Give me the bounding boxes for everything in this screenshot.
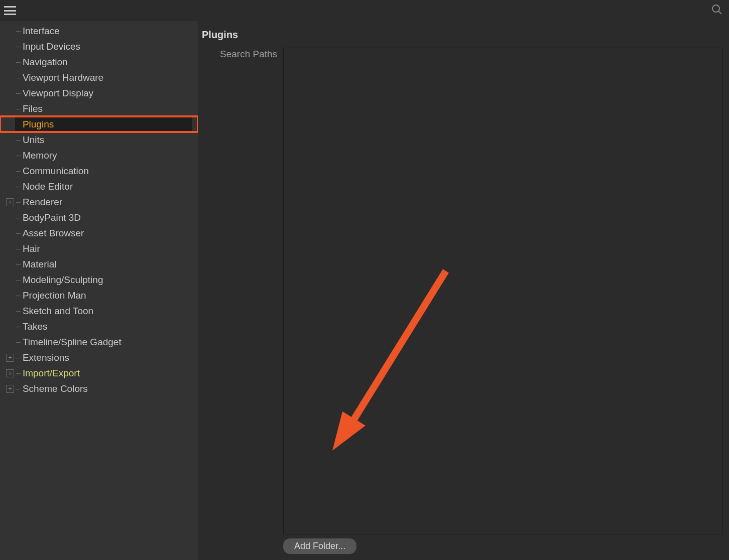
hamburger-menu-icon[interactable] [4,6,16,15]
tree-dash: – [16,213,21,222]
sidebar-item-interface[interactable]: –Interface [0,23,198,39]
tree-dash: – [16,353,21,362]
sidebar-item-bodypaint-3d[interactable]: –BodyPaint 3D [0,210,198,225]
sidebar-item-label: Memory [23,150,57,161]
sidebar-item-label: Takes [23,321,48,332]
tree-dash: – [16,89,21,98]
sidebar-item-label: Projection Man [23,290,86,301]
sidebar-item-label: Renderer [23,197,62,208]
panel-title: Plugins [202,29,723,41]
sidebar-item-extensions[interactable]: +–Extensions [0,350,198,365]
sidebar-item-label: Asset Browser [23,228,84,239]
sidebar-item-hair[interactable]: –Hair [0,241,198,256]
sidebar-item-sketch-and-toon[interactable]: –Sketch and Toon [0,303,198,319]
sidebar-item-asset-browser[interactable]: –Asset Browser [0,225,198,241]
sidebar-item-input-devices[interactable]: –Input Devices [0,39,198,54]
sidebar-item-projection-man[interactable]: –Projection Man [0,288,198,303]
add-folder-button[interactable]: Add Folder... [283,538,356,554]
sidebar-item-label: Viewport Display [23,88,93,99]
preferences-sidebar: –Interface–Input Devices–Navigation–View… [0,21,198,560]
search-paths-listbox[interactable] [283,48,723,534]
svg-point-0 [712,5,719,12]
sidebar-item-viewport-display[interactable]: –Viewport Display [0,85,198,101]
expand-icon[interactable]: + [6,385,14,393]
tree-dash: – [16,135,21,145]
tree-dash: – [16,73,21,82]
sidebar-item-node-editor[interactable]: –Node Editor [0,179,198,194]
sidebar-item-renderer[interactable]: +–Renderer [0,194,198,210]
sidebar-item-label: Communication [23,166,89,177]
tree-dash: – [16,198,21,207]
tree-dash: – [16,229,21,238]
tree-dash: – [16,338,21,347]
sidebar-item-label: Extensions [23,352,69,363]
top-bar [0,0,729,21]
tree-dash: – [16,182,21,191]
tree-dash: – [16,322,21,331]
tree-dash: – [16,384,21,393]
sidebar-item-label: Viewport Hardware [23,72,103,83]
sidebar-item-label: Material [23,259,57,270]
tree-dash: – [16,151,21,160]
content-body: Search Paths Add Folder... [202,48,723,554]
tree-dash: – [16,275,21,285]
sidebar-item-timeline-spline-gadget[interactable]: –Timeline/Spline Gadget [0,334,198,350]
expand-icon[interactable]: + [6,369,14,377]
sidebar-item-plugins[interactable]: –Plugins [0,116,198,132]
tree-dash: – [16,42,21,51]
field-content: Add Folder... [283,48,723,554]
tree-dash: – [16,167,21,176]
sidebar-item-units[interactable]: –Units [0,132,198,148]
sidebar-item-memory[interactable]: –Memory [0,148,198,163]
sidebar-item-label: Import/Export [23,368,80,379]
sidebar-item-label: Modeling/Sculpting [23,274,103,286]
sidebar-item-label: Plugins [23,119,54,130]
sidebar-item-label: Interface [23,26,60,37]
sidebar-item-viewport-hardware[interactable]: –Viewport Hardware [0,70,198,85]
sidebar-item-label: Scheme Colors [23,383,88,394]
sidebar-item-modeling-sculpting[interactable]: –Modeling/Sculpting [0,272,198,288]
sidebar-item-material[interactable]: –Material [0,256,198,272]
content-panel: Plugins Search Paths Add Folder... [198,21,729,560]
sidebar-item-label: Sketch and Toon [23,306,93,317]
tree-dash: – [16,58,21,67]
sidebar-item-label: BodyPaint 3D [23,212,81,223]
tree-dash: – [16,307,21,316]
sidebar-item-label: Units [23,134,44,146]
sidebar-item-navigation[interactable]: –Navigation [0,54,198,70]
sidebar-item-label: Navigation [23,57,68,68]
sidebar-item-scheme-colors[interactable]: +–Scheme Colors [0,381,198,396]
tree-dash: – [16,291,21,300]
search-paths-label: Search Paths [202,48,283,554]
sidebar-item-communication[interactable]: –Communication [0,163,198,179]
sidebar-item-label: Timeline/Spline Gadget [23,337,122,348]
sidebar-item-import-export[interactable]: +–Import/Export [0,365,198,381]
sidebar-item-label: Input Devices [23,41,80,52]
expand-icon[interactable]: + [6,198,14,206]
svg-line-1 [718,11,721,14]
sidebar-item-label: Files [23,103,43,114]
search-icon[interactable] [711,4,725,18]
sidebar-item-files[interactable]: –Files [0,101,198,116]
tree-dash: – [16,27,21,36]
tree-dash: – [16,260,21,269]
sidebar-item-takes[interactable]: –Takes [0,319,198,334]
expand-icon[interactable]: + [6,354,14,362]
tree-dash: – [16,244,21,253]
main-area: –Interface–Input Devices–Navigation–View… [0,21,729,560]
tree-dash: – [16,104,21,113]
tree-dash: – [16,369,21,378]
sidebar-item-label: Node Editor [23,181,73,192]
sidebar-item-label: Hair [23,243,40,254]
